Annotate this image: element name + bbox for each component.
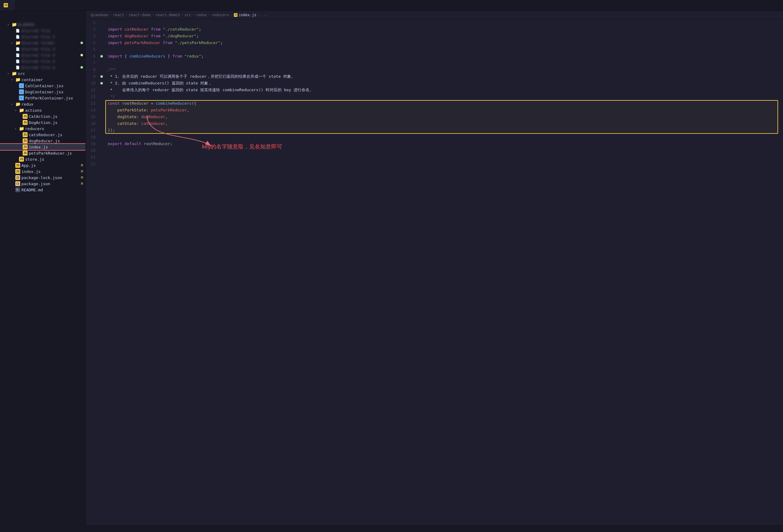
sidebar-item-src[interactable]: 📁src — [0, 70, 85, 76]
sidebar-item-blurred1[interactable]: 📁BLURRED — [0, 22, 85, 28]
sidebar-item-packageJson[interactable]: {}package.jsonM — [0, 181, 85, 187]
code-editor[interactable]: 1 2import catReducer from "./catsReducer… — [86, 19, 783, 525]
bottom-bar — [86, 525, 783, 532]
sidebar-item-blurred3[interactable]: 📄blurred file 2 — [0, 34, 85, 40]
sidebar-item-CatAction[interactable]: JSCatAction.js — [0, 113, 85, 119]
line-content-6: import { combineReducers } from "redux"; — [105, 53, 783, 60]
sidebar-item-packageLock[interactable]: {}package-lock.jsonM — [0, 175, 85, 181]
file-icon-dogReducer: JS — [23, 138, 28, 143]
line-content-7 — [105, 60, 783, 66]
code-line-21: 21 — [86, 154, 783, 161]
dot-blurred8 — [81, 66, 83, 69]
code-line-10: 10 * 2. 由 combineReducers() 返回的 state 对象… — [86, 80, 783, 87]
line-number-10: 10 — [86, 80, 100, 87]
sidebar-item-CatContainer[interactable]: ⚛CatContainer.jsx — [0, 83, 85, 89]
breadcrumb-redux: redux — [196, 13, 207, 17]
sidebar-item-redux[interactable]: 📁redux — [0, 101, 85, 107]
line-number-13: 13 — [86, 100, 100, 107]
code-line-2: 2import catReducer from "./catsReducer"; — [86, 26, 783, 33]
sidebar-item-actions[interactable]: 📁actions — [0, 107, 85, 113]
line-number-9: 9 — [86, 73, 100, 80]
line-content-12: */ — [105, 93, 783, 100]
file-icon-DogAction: JS — [23, 120, 28, 125]
line-number-22: 22 — [86, 161, 100, 167]
chevron-blurred4 — [10, 41, 14, 45]
sidebar-item-PetParkContainer[interactable]: ⚛PetParkContainer.jsx — [0, 95, 85, 101]
chevron-redux — [10, 102, 14, 106]
line-content-18 — [105, 134, 783, 140]
sidebar-content[interactable]: 📁BLURRED📄blurred file📄blurred file 2📁blu… — [0, 22, 85, 532]
line-number-18: 18 — [86, 134, 100, 140]
folder-icon-blurred1: 📁 — [12, 22, 17, 27]
folder-icon-actions: 📁 — [19, 108, 24, 113]
code-line-3: 3import dogReducer from "./dogReducer"; — [86, 33, 783, 39]
file-icon-petsParkReducer: JS — [23, 151, 28, 156]
code-line-7: 7 — [86, 60, 783, 66]
code-line-9: 9 * 1. 合并后的 reducer 可以调用各个子 reducer，并把它们… — [86, 73, 783, 80]
line-number-19: 19 — [86, 140, 100, 147]
tree-label-reducers: reducers — [25, 126, 83, 131]
file-icon-CatContainer: ⚛ — [19, 83, 24, 88]
file-icon-indexJs: JS — [23, 145, 28, 149]
line-dot-9 — [100, 75, 103, 78]
sidebar-item-blurred4[interactable]: 📁blurred folder — [0, 40, 85, 46]
line-number-20: 20 — [86, 147, 100, 154]
code-line-18: 18 — [86, 134, 783, 140]
tree-label-blurred2: blurred file — [22, 28, 83, 33]
line-number-6: 6 — [86, 53, 100, 60]
tree-label-blurred1: BLURRED — [18, 22, 83, 27]
sidebar-item-blurred5[interactable]: 📄blurred file 3 — [0, 46, 85, 52]
line-number-17: 17 — [86, 127, 100, 134]
file-icon-packageLock: {} — [15, 175, 20, 180]
code-line-1: 1 — [86, 19, 783, 26]
tree-label-petsParkReducer: petsParkReducer.js — [29, 151, 83, 156]
sidebar-item-blurred2[interactable]: 📄blurred file — [0, 28, 85, 34]
line-content-15: dogState: dogReducer, — [105, 114, 783, 120]
sidebar-item-catsReducer[interactable]: JScatsReducer.js — [0, 132, 85, 138]
tree-label-CatContainer: CatContainer.jsx — [25, 84, 83, 88]
main-layout: 📁BLURRED📄blurred file📄blurred file 2📁blu… — [0, 11, 783, 532]
breadcrumb-indexjs: index.js — [239, 13, 256, 17]
sidebar-item-indexJs2[interactable]: JSindex.jsM — [0, 168, 85, 175]
sidebar-item-dogReducer[interactable]: JSdogReducer.js — [0, 138, 85, 144]
folder-icon-src: 📁 — [12, 71, 17, 76]
sidebar-item-store[interactable]: JSstore.js — [0, 156, 85, 162]
sidebar-item-DogAction[interactable]: JSDogAction.js — [0, 119, 85, 125]
sidebar-item-blurred6[interactable]: 📄blurred file 4 — [0, 52, 85, 58]
tab-index-js[interactable]: JS — [0, 0, 15, 10]
file-icon-PetParkContainer: ⚛ — [19, 95, 24, 100]
code-line-5: 5 — [86, 46, 783, 53]
code-line-11: 11 * 会将传入的每个 reducer 返回的 state 按其传递给 com… — [86, 87, 783, 93]
line-number-3: 3 — [86, 33, 100, 39]
tab-bar: JS — [0, 0, 783, 11]
editor-area: qianduan › react › react-demo › react-de… — [86, 11, 783, 532]
tree-label-blurred7: blurred file 5 — [22, 59, 83, 64]
sidebar-item-readme[interactable]: M↓README.md — [0, 187, 85, 193]
code-line-4: 4import petsParkReducer from "./petsPark… — [86, 39, 783, 46]
sidebar-item-blurred8[interactable]: 📄blurred file 6 — [0, 64, 85, 70]
tree-label-blurred3: blurred file 2 — [22, 35, 83, 39]
tree-label-DogAction: DogAction.js — [29, 120, 83, 125]
sidebar-item-container[interactable]: 📁container — [0, 76, 85, 83]
breadcrumb-react: react — [113, 13, 124, 17]
line-content-19: export default rootReducer; — [105, 140, 783, 147]
file-icon-packageJson: {} — [15, 181, 20, 186]
code-line-16: 16 catState: catReducer, — [86, 120, 783, 127]
chevron-actions — [13, 108, 18, 112]
breadcrumb-react-demo3: react-demo3 — [156, 13, 180, 17]
line-content-8: /** — [105, 66, 783, 73]
line-content-14: petParkState: petsParkReducer, — [105, 107, 783, 114]
sidebar-item-petsParkReducer[interactable]: JSpetsParkReducer.js — [0, 150, 85, 156]
file-icon-blurred3: 📄 — [15, 34, 20, 39]
sidebar-item-DogContainer[interactable]: ⚛DogContainer.jsx — [0, 89, 85, 95]
sidebar-item-reducers[interactable]: 📁reducers — [0, 125, 85, 132]
line-number-5: 5 — [86, 46, 100, 53]
tree-label-packageLock: package-lock.json — [22, 176, 80, 180]
tree-label-blurred6: blurred file 4 — [22, 53, 79, 58]
tree-label-indexJs: index.js — [29, 145, 83, 149]
tree-label-readme: README.md — [22, 188, 83, 192]
sidebar-item-blurred7[interactable]: 📄blurred file 5 — [0, 58, 85, 64]
line-content-9: * 1. 合并后的 reducer 可以调用各个子 reducer，并把它们返回… — [105, 73, 783, 80]
sidebar-item-AppJs[interactable]: JSApp.jsM — [0, 162, 85, 168]
sidebar-item-indexJs[interactable]: JSindex.js — [0, 144, 85, 150]
